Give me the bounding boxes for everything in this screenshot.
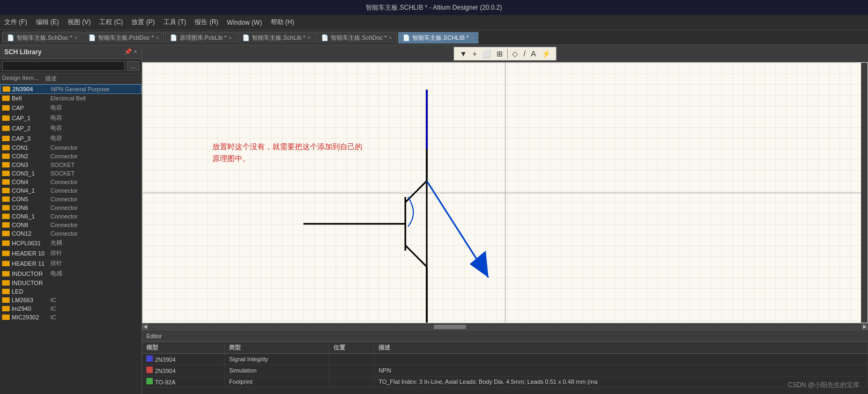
component-desc: SOCKET (50, 162, 139, 168)
editor-type: Signal Integrity (225, 354, 329, 365)
scroll-left-button[interactable]: ◀ (142, 324, 149, 330)
list-item[interactable]: CON8Connector (0, 221, 142, 229)
tab-close-pcbdoc[interactable]: × (156, 35, 159, 41)
list-item[interactable]: HEADER 11排针 (0, 258, 142, 268)
list-item[interactable]: BellElectrical Bell (0, 94, 142, 103)
toolbar-inner: ▼ + ⬜ ⊞ ◇ / A ⚡ (454, 47, 556, 61)
model-type-icon (146, 355, 153, 362)
list-item[interactable]: CON3SOCKET (0, 160, 142, 169)
component-icon (2, 271, 10, 276)
component-icon (2, 222, 10, 228)
list-item[interactable]: CON4Connector (0, 178, 142, 186)
editor-location (329, 354, 374, 365)
list-item[interactable]: CON1Connector (0, 143, 142, 152)
tab-close-schdoc1[interactable]: × (75, 35, 78, 41)
pin-icon[interactable]: 📌 (124, 48, 132, 55)
list-item[interactable]: 2N3904NPN General Purpose (0, 84, 142, 94)
line-button[interactable]: / (521, 48, 528, 59)
scroll-track[interactable] (150, 325, 860, 329)
list-item[interactable]: HEADER 10排针 (0, 248, 142, 258)
canvas-horizontal-scrollbar: ◀ ▶ (142, 323, 868, 330)
search-input[interactable] (2, 61, 125, 71)
editor-desc (374, 354, 868, 365)
power-button[interactable]: ⚡ (539, 48, 553, 59)
menu-item-1[interactable]: 编辑 (E) (36, 18, 59, 27)
list-item[interactable]: CAP_1电容 (0, 113, 142, 123)
text-button[interactable]: A (529, 48, 538, 59)
menu-bar: 文件 (F)编辑 (E)视图 (V)工程 (C)放置 (P)工具 (T)报告 (… (0, 15, 868, 30)
component-icon (2, 261, 10, 266)
component-icon (2, 214, 10, 219)
tab-bar: 📄 智能车主板.SchDoc * × 📄 智能车主板.PcbDoc * × 📄 … (0, 30, 868, 45)
list-item[interactable]: HCPL0631光耦 (0, 238, 142, 248)
add-button[interactable]: + (470, 48, 479, 59)
canvas-inner: 放置时这个没有，就需要把这个添加到自己的 原理图中。 (143, 63, 867, 323)
list-item[interactable]: CAP_3电容 (0, 133, 142, 143)
component-icon (2, 289, 10, 294)
component-desc: Connector (50, 144, 139, 151)
editor-row[interactable]: 2N3904Signal Integrity (142, 354, 868, 365)
polygon-button[interactable]: ◇ (510, 48, 520, 59)
menu-item-8[interactable]: 帮助 (H) (271, 18, 294, 27)
list-item[interactable]: CON12Connector (0, 229, 142, 238)
component-icon (2, 251, 10, 256)
tab-pcblib[interactable]: 📄 原理图库.PcbLib * × (165, 32, 237, 43)
tab-schlib2[interactable]: 📄 智能车主板.SCHLIB * × (398, 32, 479, 43)
list-item[interactable]: INDUCTOR电感 (0, 268, 142, 279)
component-name: Bell (12, 95, 50, 101)
list-item[interactable]: CON4_1Connector (0, 186, 142, 195)
menu-item-2[interactable]: 视图 (V) (68, 18, 91, 27)
component-desc: IC (50, 297, 139, 303)
list-item[interactable]: LED (0, 287, 142, 296)
menu-item-4[interactable]: 放置 (P) (131, 18, 154, 27)
tab-pcbdoc[interactable]: 📄 智能车主板.PcbDoc * × (84, 32, 164, 43)
search-button[interactable]: ... (127, 61, 139, 71)
list-item[interactable]: MIC29302IC (0, 313, 142, 322)
list-item[interactable]: INDUCTOR (0, 279, 142, 287)
move-button[interactable]: ⊞ (494, 48, 505, 59)
component-desc: Connector (50, 230, 139, 237)
component-list[interactable]: 2N3904NPN General PurposeBellElectrical … (0, 84, 142, 394)
list-item[interactable]: CAP_2电容 (0, 123, 142, 133)
component-icon (2, 154, 10, 159)
scroll-thumb[interactable] (434, 325, 466, 329)
filter-button[interactable]: ▼ (457, 48, 469, 59)
menu-item-0[interactable]: 文件 (F) (4, 18, 27, 27)
editor-table-header: 模型 类型 位置 描述 (142, 342, 868, 354)
list-item[interactable]: lm2940IC (0, 304, 142, 313)
list-item[interactable]: CAP电容 (0, 103, 142, 113)
list-item[interactable]: LM2663IC (0, 296, 142, 304)
tab-schlib1[interactable]: 📄 智能车主板.SchLib * × (238, 32, 315, 43)
tab-close-schdoc2[interactable]: × (389, 35, 392, 41)
tab-schdoc1[interactable]: 📄 智能车主板.SchDoc * × (2, 32, 83, 43)
list-item[interactable]: CON6Connector (0, 203, 142, 212)
tab-close-schlib2[interactable]: × (471, 35, 474, 41)
component-name: CAP (12, 105, 50, 111)
editor-type: Simulation (225, 365, 329, 376)
col-model: 模型 (142, 342, 225, 354)
tab-schdoc2[interactable]: 📄 智能车主板.SchDoc * × (316, 32, 397, 43)
sidebar-header: SCH Library 📌 × (0, 45, 142, 59)
tab-label: 智能车主板.SchDoc * (331, 34, 387, 42)
tab-close-pcblib[interactable]: × (229, 35, 232, 41)
list-item[interactable]: CON6_1Connector (0, 212, 142, 221)
list-item[interactable]: CON2Connector (0, 152, 142, 160)
component-icon (2, 179, 10, 185)
menu-item-7[interactable]: Window (W) (227, 19, 262, 26)
menu-item-5[interactable]: 工具 (T) (164, 18, 187, 27)
scroll-right-button[interactable]: ▶ (862, 324, 868, 330)
menu-item-6[interactable]: 报告 (R) (195, 18, 218, 27)
editor-model: 2N3904 (142, 365, 225, 376)
component-name: CAP_3 (12, 135, 50, 142)
menu-item-3[interactable]: 工程 (C) (99, 18, 123, 27)
editor-row[interactable]: 2N3904SimulationNPN (142, 365, 868, 376)
list-item[interactable]: CON3_1SOCKET (0, 169, 142, 178)
list-item[interactable]: CON5Connector (0, 195, 142, 203)
tab-icon: 📄 (7, 34, 14, 41)
editor-row[interactable]: TO-92AFootprintTO_Flat Index: 3 In-Line,… (142, 376, 868, 388)
tab-close-schlib1[interactable]: × (307, 35, 310, 41)
box-button[interactable]: ⬜ (480, 48, 493, 59)
canvas-vertical-scrollbar[interactable] (861, 63, 867, 323)
schematic-canvas[interactable]: 放置时这个没有，就需要把这个添加到自己的 原理图中。 (142, 62, 868, 323)
close-sidebar-icon[interactable]: × (134, 48, 137, 55)
